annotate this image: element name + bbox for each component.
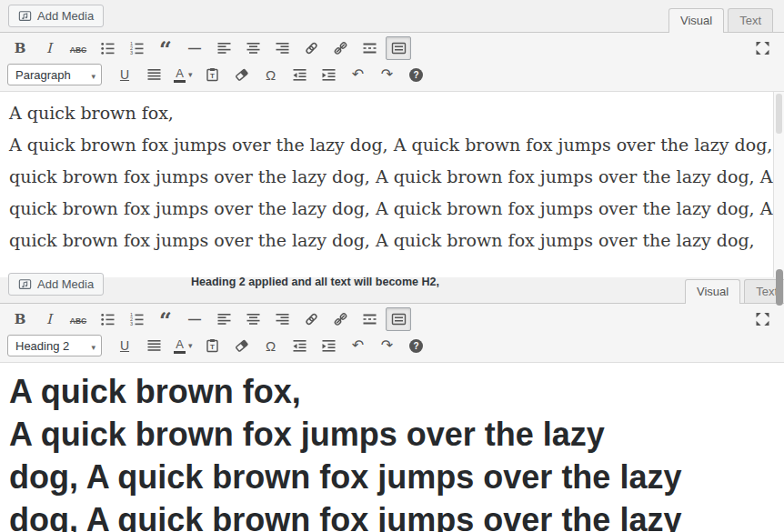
editor-scrollbar[interactable] [773,92,784,277]
format-dropdown[interactable]: Heading 2 ▾ [7,335,102,356]
fullscreen-button[interactable] [749,36,775,60]
more-tag-icon [362,312,377,326]
align-center-button[interactable] [240,36,266,60]
align-left-button[interactable] [211,307,236,331]
add-media-button[interactable]: Add Media [8,273,104,296]
numbered-list-button[interactable]: 123 [124,307,149,331]
align-right-button[interactable] [269,36,295,60]
blockquote-icon: “ [159,312,172,326]
add-media-button[interactable]: Add Media [8,5,104,27]
justify-button[interactable] [141,334,166,357]
window-scrollbar-thumb[interactable] [776,269,783,306]
paste-as-text-button[interactable]: T [200,63,226,86]
text-color-button[interactable]: A▾ [170,334,196,357]
indent-button[interactable] [317,63,342,86]
fullscreen-icon [755,41,770,55]
italic-button[interactable]: I [36,307,62,331]
link-button[interactable] [298,36,324,60]
align-right-button[interactable] [269,307,295,331]
toolbar-toggle-icon [391,41,407,55]
bullet-list-button[interactable] [95,36,120,60]
outdent-icon [292,338,307,353]
strikethrough-button[interactable]: ABC [65,307,91,331]
align-right-icon [275,41,290,55]
format-dropdown-value: Paragraph [15,68,71,82]
toolbar-toggle-button[interactable] [386,307,411,331]
more-tag-button[interactable] [357,36,382,60]
paste-as-text-button[interactable]: T [200,334,226,357]
underline-button[interactable]: U [112,63,137,86]
align-center-button[interactable] [240,307,266,331]
editor-content-heading[interactable]: A quick brown fox,A quick brown fox jump… [0,363,784,532]
unlink-button[interactable] [327,36,353,60]
bullet-list-icon [100,41,116,55]
special-character-button[interactable]: Ω [258,334,284,357]
fullscreen-button[interactable] [749,307,775,331]
help-button[interactable]: ? [404,63,429,86]
align-center-icon [246,41,261,55]
toolbar-row-1: BIABC123“— [7,306,777,332]
editor-content-paragraph[interactable]: A quick brown fox,A quick brown fox jump… [0,92,784,277]
numbered-list-button[interactable]: 123 [124,36,149,60]
visual-editor-top: BIABC123“— Paragraph ▾ UA▾TΩ↶↷? A quick … [0,32,784,268]
blockquote-button[interactable]: “ [153,36,178,60]
justify-button[interactable] [141,63,166,86]
redo-button[interactable]: ↷ [375,63,400,86]
unlink-button[interactable] [327,307,353,331]
format-dropdown[interactable]: Paragraph ▾ [7,64,102,85]
media-icon [18,278,32,291]
strikethrough-icon: ABC [70,313,86,326]
italic-button[interactable]: I [36,36,62,60]
paragraph-text-line: quick brown fox jumps over the lazy dog,… [9,161,766,193]
clear-formatting-button[interactable] [229,63,255,86]
bullet-list-button[interactable] [95,307,120,331]
link-icon [304,312,319,326]
align-left-icon [216,41,232,55]
note-caption: Heading 2 applied and all text will beco… [191,276,439,288]
outdent-button[interactable] [287,63,313,86]
paragraph-text-line: A quick brown fox jumps over the lazy do… [9,129,766,161]
help-button[interactable]: ? [404,334,429,357]
bold-button[interactable]: B [7,307,33,331]
text-color-button[interactable]: A▾ [170,63,196,86]
toolbar-row-2-buttons: UA▾TΩ↶↷? [112,334,429,357]
redo-button[interactable]: ↷ [375,334,400,357]
redo-icon: ↷ [381,67,393,82]
italic-icon: I [46,40,52,56]
undo-button[interactable]: ↶ [346,334,371,357]
help-icon: ? [409,67,423,82]
justify-icon [146,67,162,82]
editor-scrollbar-thumb[interactable] [776,94,782,134]
tab-visual[interactable]: Visual [668,8,724,33]
editor-toolbar: BIABC123“— Heading 2 ▾ UA▾TΩ↶↷? [0,304,784,363]
link-button[interactable] [298,307,324,331]
indent-icon [321,338,337,353]
link-icon [304,41,319,55]
tab-text[interactable]: Text [728,8,773,33]
horizontal-rule-button[interactable]: — [182,307,207,331]
unlink-icon [333,41,348,55]
clear-formatting-button[interactable] [229,334,255,357]
underline-button[interactable]: U [112,334,137,357]
tab-visual[interactable]: Visual [685,279,740,304]
text-color-icon: A▾ [174,337,193,354]
bold-button[interactable]: B [7,36,33,60]
redo-icon: ↷ [381,338,393,353]
fullscreen-icon [755,312,770,326]
undo-button[interactable]: ↶ [346,63,371,86]
undo-icon: ↶ [352,338,364,353]
horizontal-rule-icon: — [188,41,201,55]
strikethrough-button[interactable]: ABC [65,36,91,60]
indent-button[interactable] [317,334,342,357]
special-character-button[interactable]: Ω [258,63,284,86]
blockquote-button[interactable]: “ [153,307,178,331]
svg-text:3: 3 [130,50,133,55]
horizontal-rule-button[interactable]: — [182,36,207,60]
more-tag-button[interactable] [357,307,382,331]
align-left-button[interactable] [211,36,236,60]
undo-icon: ↶ [352,67,364,82]
toolbar-toggle-button[interactable] [386,36,411,60]
outdent-button[interactable] [287,334,313,357]
media-icon [18,10,32,23]
unlink-icon [333,312,348,326]
